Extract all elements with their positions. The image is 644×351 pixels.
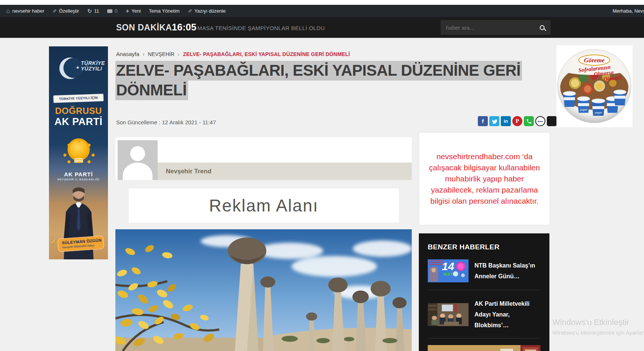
- banner-ribbon: TÜRKİYE YÜZYILI İÇİN: [53, 94, 104, 103]
- related-item-2[interactable]: AK Parti Milletvekili Adayı Yanar, Blokb…: [428, 298, 540, 331]
- twitter-share-icon[interactable]: [489, 116, 499, 126]
- comments-icon: [107, 9, 112, 13]
- goreme-brand: Göreme: [584, 57, 605, 64]
- related-news-box: BENZER HABERLER 14 MAYIS NTB Başkanı Sal…: [419, 233, 549, 351]
- admin-customize-button[interactable]: Özelleştir: [48, 5, 83, 17]
- banner-slogan-line2: AK PARTİ: [49, 116, 108, 128]
- related-item-1-title: NTB Başkanı Salaş’ın Anneler Günü…: [474, 260, 540, 282]
- chevron-right-icon: ›: [143, 51, 145, 57]
- related-item-1[interactable]: 14 MAYIS NTB Başkanı Salaş’ın Anneler Gü…: [428, 259, 540, 282]
- admin-account-menu[interactable]: Merhaba, Nevşeh: [612, 5, 644, 17]
- edit-icon: [188, 8, 192, 14]
- author-name-bar: Nevşehir Trend: [158, 163, 412, 180]
- chevron-right-icon: ›: [178, 51, 180, 57]
- related-item-2-thumbnail: [428, 303, 469, 326]
- wp-admin-bar: nevsehir haber Özelleştir 11 0 Yeni Tema…: [0, 5, 644, 17]
- admin-new-button[interactable]: Yeni: [122, 5, 145, 17]
- breaking-news-label: SON DAKİKA: [116, 23, 172, 33]
- banner-brand-line1: TÜRKİYE: [81, 60, 105, 66]
- related-item-2-title: AK Parti Milletvekili Adayı Yanar, Blokb…: [474, 298, 540, 331]
- ad-placeholder-label: Reklam Alanı: [209, 196, 318, 216]
- watermark-line2: Windows'u etkinleştirmek için Ayarlar'a …: [552, 329, 644, 336]
- related-news-title: BENZER HABERLER: [428, 243, 549, 251]
- recruiting-ad-text: nevsehirtrendhaber.com ‘da çalışacak bil…: [426, 151, 543, 207]
- star-icon: ★: [76, 65, 80, 70]
- site-header-bar: SON DAKİKA 16:05 MASA TENİSİNDE ŞAMPİYON…: [0, 17, 644, 38]
- akparti-bulb-logo: [49, 135, 108, 170]
- author-name[interactable]: Nevşehir Trend: [166, 168, 211, 175]
- admin-comments-button[interactable]: 0: [103, 5, 121, 17]
- updates-icon: [87, 8, 92, 14]
- banner-brand-line2: YÜZYILI: [81, 66, 105, 72]
- breadcrumb-current: ZELVE- PAŞABAĞLARI, ESKİ YAPISAL DÜZENİN…: [183, 51, 350, 57]
- whatsapp-share-icon[interactable]: [524, 116, 534, 126]
- flower-graphic: [456, 262, 466, 271]
- browser-viewport: nevsehir haber Özelleştir 11 0 Yeni Tema…: [0, 0, 644, 351]
- facebook-share-icon[interactable]: f: [478, 116, 488, 126]
- admin-site-menu[interactable]: nevsehir haber: [2, 5, 48, 17]
- search-box: [441, 20, 551, 35]
- ticker-headline-link[interactable]: MASA TENİSİNDE ŞAMPİYONLAR BELLİ OLDU: [197, 25, 325, 31]
- divider: [428, 290, 540, 290]
- x-share-icon[interactable]: [547, 116, 557, 126]
- phone-icon: [526, 118, 532, 124]
- article-hero-image: [115, 229, 412, 351]
- breadcrumb-home[interactable]: Anasayfa: [116, 51, 139, 57]
- left-banner-ad[interactable]: ★ TÜRKİYE YÜZYILI TÜRKİYE YÜZYILI İÇİN D…: [49, 46, 108, 259]
- search-input[interactable]: [441, 20, 533, 35]
- article-updated-timestamp: Son Güncelleme : 12 Aralık 2021 - 11:47: [116, 119, 216, 125]
- breadcrumb: Anasayfa › NEVŞEHİR › ZELVE- PAŞABAĞLARI…: [116, 51, 350, 57]
- admin-theme-mgmt-button[interactable]: Tema Yönetim: [145, 5, 184, 17]
- ad-placeholder: Reklam Alanı: [129, 188, 399, 223]
- checkmark-icon: ✔: [50, 237, 58, 247]
- share-bar: f in P •••: [478, 116, 557, 126]
- twitter-bird-icon: [492, 118, 497, 124]
- breadcrumb-category[interactable]: NEVŞEHİR: [148, 51, 175, 57]
- top-white-strip: [0, 0, 644, 5]
- banner-party-name: AK PARTİ: [49, 171, 108, 177]
- recruiting-ad: nevsehirtrendhaber.com ‘da çalışacak bil…: [419, 132, 550, 225]
- search-button[interactable]: [533, 20, 551, 35]
- admin-new-label: Yeni: [131, 8, 141, 14]
- linkedin-share-icon[interactable]: in: [501, 116, 511, 126]
- admin-comments-count: 0: [115, 8, 117, 14]
- banner-party-org: NEVŞEHİR İL BAŞKANLIĞI: [49, 178, 108, 181]
- banner-slogan-line1: DOĞRUSU: [49, 106, 108, 116]
- author-box: Nevşehir Trend: [115, 137, 412, 180]
- turkiye-yuzyili-logo: ★ TÜRKİYE YÜZYILI: [49, 55, 108, 89]
- cup-label: yogurt: [595, 111, 602, 114]
- admin-site-name: nevsehir haber: [12, 8, 44, 14]
- admin-edit-post-button[interactable]: Yazıyı düzenle: [184, 5, 230, 17]
- divider: [428, 338, 540, 338]
- customize-icon: [52, 8, 57, 14]
- thumb-number: 14: [442, 260, 454, 273]
- goreme-ad[interactable]: Göreme Sofralarınızın Olmazsa Olmazı! yo…: [556, 45, 632, 127]
- search-icon: [540, 25, 545, 30]
- pinterest-share-icon[interactable]: P: [512, 116, 522, 126]
- admin-theme-mgmt-label: Tema Yönetim: [149, 8, 180, 14]
- article-title: ZELVE- PAŞABAĞLARI, ESKİ YAPISAL DÜZENİN…: [115, 60, 542, 100]
- admin-updates-button[interactable]: 11: [83, 5, 103, 17]
- author-avatar: [118, 140, 158, 180]
- watermark-line1: Windows'u Etkinleştir: [552, 318, 644, 327]
- admin-greeting: Merhaba, Nevşeh: [612, 8, 644, 14]
- comments-bubble-icon[interactable]: •••: [535, 116, 545, 126]
- windows-activation-watermark: Windows'u Etkinleştir Windows'u etkinleş…: [552, 318, 644, 336]
- ticker-time: 16:05: [172, 22, 197, 33]
- cup-label: yogurt: [580, 108, 587, 111]
- article-title-selection: ZELVE- PAŞABAĞLARI, ESKİ YAPISAL DÜZENİN…: [115, 61, 522, 100]
- home-icon: [6, 8, 10, 14]
- related-item-3-image[interactable]: [428, 345, 540, 351]
- admin-edit-post-label: Yazıyı düzenle: [194, 8, 226, 14]
- related-item-1-thumbnail: 14 MAYIS: [428, 259, 469, 282]
- thumb-month: MAYIS: [443, 272, 458, 276]
- admin-customize-label: Özelleştir: [59, 8, 79, 14]
- plus-icon: [126, 8, 129, 14]
- admin-updates-count: 11: [94, 8, 99, 14]
